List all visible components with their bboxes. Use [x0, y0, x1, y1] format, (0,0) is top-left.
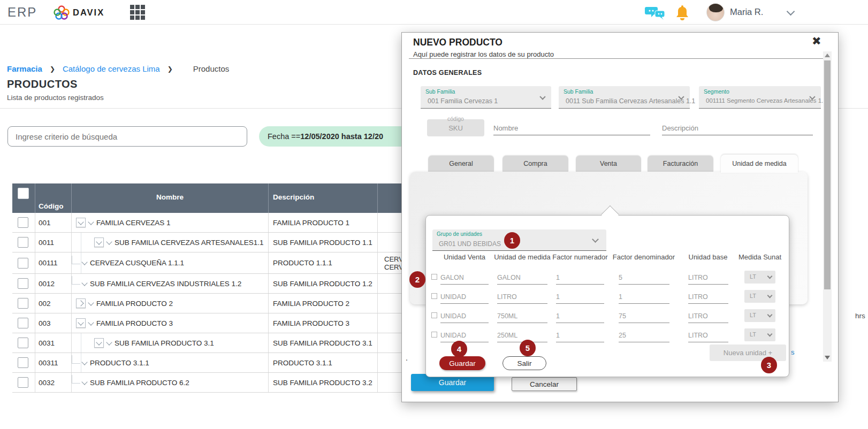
select-segmento[interactable]: Segmento 001111 Segmento Cervezas Artesa…: [699, 86, 821, 109]
modal-scrollbar[interactable]: [823, 51, 832, 362]
medida-sunat-select[interactable]: LT: [744, 328, 775, 341]
factor-numerador-input[interactable]: [556, 271, 604, 285]
breadcrumb-separator-icon: ❯: [167, 65, 173, 73]
step-badge-1: 1: [504, 232, 520, 249]
column-header-descripcion: Descripción: [273, 193, 314, 201]
unit-row: LT: [426, 308, 789, 327]
row-checkbox[interactable]: [18, 338, 28, 348]
factor-numerador-input[interactable]: [556, 290, 604, 304]
brand-logo: DAVIX: [54, 5, 104, 20]
units-exit-button[interactable]: Salir: [502, 356, 546, 370]
chevron-down-icon: [88, 219, 94, 225]
scrollbar-thumb[interactable]: [824, 60, 831, 289]
unidad-medida-input[interactable]: [497, 271, 547, 285]
section-datos-generales: DATOS GENERALES: [413, 69, 482, 76]
unidad-venta-input[interactable]: [440, 290, 489, 304]
tree-guide: [81, 353, 81, 372]
descripcion-field[interactable]: [662, 121, 813, 135]
expand-toggle-icon[interactable]: [94, 238, 104, 247]
row-checkbox[interactable]: [18, 377, 28, 388]
tab-unidad-de-medida[interactable]: Unidad de medida: [721, 155, 798, 173]
step-badge-3: 3: [761, 357, 777, 373]
modal-cancel-button[interactable]: Cancelar: [512, 377, 577, 391]
unidad-base-input[interactable]: [688, 328, 728, 342]
chevron-down-icon: [767, 312, 773, 318]
unit-checkbox[interactable]: [431, 293, 437, 299]
chevron-down-icon: [767, 274, 773, 279]
tab-venta[interactable]: Venta: [576, 156, 641, 172]
sku-field: código SKU: [427, 119, 484, 136]
unidad-venta-input[interactable]: [440, 271, 489, 285]
unidad-base-input[interactable]: [688, 290, 728, 304]
stray-hrs-text: hrs: [855, 312, 865, 320]
col-factor-denominador: Factor denominador: [613, 253, 675, 261]
select-all-checkbox[interactable]: [18, 188, 29, 199]
search-input[interactable]: [7, 126, 247, 147]
column-header-nombre: Nombre: [72, 193, 268, 201]
factor-denominador-input[interactable]: [619, 271, 669, 285]
new-unit-button[interactable]: Nueva unidad +: [710, 344, 786, 361]
chevron-down-icon: [81, 259, 87, 265]
user-menu-chevron-down-icon[interactable]: [787, 7, 795, 16]
step-badge-2: 2: [409, 271, 425, 288]
expand-toggle-icon[interactable]: [76, 218, 86, 227]
unit-checkbox[interactable]: [431, 332, 437, 338]
breadcrumb-productos: Productos: [193, 64, 230, 73]
unidad-medida-input[interactable]: [497, 290, 547, 304]
user-name[interactable]: Maria R.: [730, 7, 763, 17]
chevron-down-icon: [539, 94, 545, 99]
select-sub-familia-2[interactable]: Sub Familia 0011 Sub Familia Cervezas Ar…: [559, 86, 690, 109]
unidad-base-input[interactable]: [688, 271, 728, 285]
close-icon[interactable]: ✖: [812, 35, 821, 48]
row-checkbox[interactable]: [18, 298, 28, 309]
row-checkbox[interactable]: [18, 357, 28, 368]
unidad-venta-input[interactable]: [440, 328, 489, 342]
col-factor-numerador: Factor numerador: [552, 253, 607, 261]
scroll-down-icon[interactable]: [825, 356, 830, 359]
factor-denominador-input[interactable]: [619, 309, 669, 323]
medida-sunat-select[interactable]: LT: [744, 271, 775, 284]
expand-toggle-icon[interactable]: [76, 318, 86, 328]
tab-facturacion[interactable]: Facturación: [648, 156, 713, 172]
factor-denominador-input[interactable]: [619, 328, 669, 342]
chevron-down-icon: [81, 280, 87, 286]
chat-icon[interactable]: [645, 5, 666, 21]
unidad-medida-input[interactable]: [497, 328, 547, 342]
unidad-venta-input[interactable]: [440, 309, 489, 323]
apps-grid-icon[interactable]: [130, 5, 146, 20]
units-save-button[interactable]: Guardar: [439, 356, 485, 370]
col-unidad-de-medida: Unidad de medida: [494, 253, 551, 261]
col-unidad-base: Unidad base: [689, 253, 728, 261]
top-bar: ERP DAVIX Maria R.: [0, 0, 868, 25]
row-checkbox[interactable]: [18, 258, 28, 269]
unit-checkbox[interactable]: [431, 274, 437, 280]
row-checkbox[interactable]: [18, 318, 28, 328]
medida-sunat-select[interactable]: LT: [744, 290, 775, 303]
select-sub-familia-1[interactable]: Sub Familia 001 Familia Cervezas 1: [421, 86, 551, 109]
breadcrumb-catalogo[interactable]: Catálogo de cervezas Lima: [63, 64, 160, 73]
tab-general[interactable]: General: [428, 156, 494, 172]
unidad-base-input[interactable]: [688, 309, 728, 323]
chevron-down-icon: [767, 293, 773, 298]
step-badge-5: 5: [520, 340, 536, 356]
user-avatar[interactable]: [706, 3, 725, 21]
unit-checkbox[interactable]: [431, 312, 437, 318]
tab-compra[interactable]: Compra: [502, 156, 568, 172]
breadcrumb-farmacia[interactable]: Farmacia: [7, 64, 42, 73]
factor-numerador-input[interactable]: [556, 328, 604, 342]
factor-numerador-input[interactable]: [556, 309, 604, 323]
unidad-medida-input[interactable]: [497, 309, 547, 323]
row-checkbox[interactable]: [18, 217, 28, 228]
unit-row: LT: [426, 327, 789, 347]
scroll-up-icon[interactable]: [825, 53, 830, 57]
nombre-field[interactable]: [493, 121, 650, 135]
row-checkbox[interactable]: [18, 278, 28, 289]
expand-toggle-icon[interactable]: [76, 298, 86, 308]
factor-denominador-input[interactable]: [619, 290, 669, 304]
modal-subtitle: Aquí puede registrar los datos de su pro…: [413, 50, 554, 58]
medida-sunat-select[interactable]: LT: [744, 309, 775, 322]
chevron-down-icon: [106, 339, 112, 345]
expand-toggle-icon[interactable]: [94, 338, 104, 348]
row-checkbox[interactable]: [18, 237, 28, 248]
notifications-bell-icon[interactable]: [675, 4, 689, 21]
